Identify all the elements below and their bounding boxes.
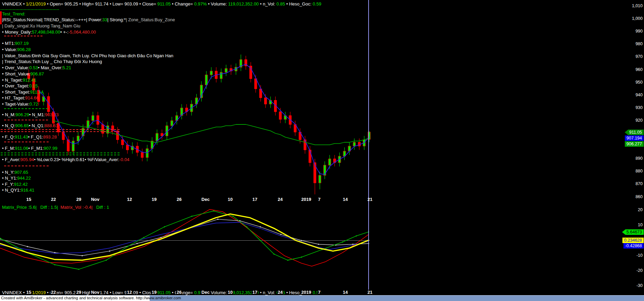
matrix_white_dotted	[0, 219, 369, 256]
x-axis-date: 17	[252, 290, 258, 295]
matrix_green-marker	[78, 269, 79, 270]
candle-up	[324, 165, 326, 176]
text-segment: •	[138, 290, 142, 295]
x-axis-date: 7	[317, 290, 321, 295]
text-segment: 911.74	[95, 290, 109, 295]
x-axis-date: 14	[342, 290, 348, 295]
matrix_white_dotted-marker	[109, 251, 110, 252]
x-axis-date: 19	[151, 290, 157, 295]
footer-credit-area: Created with AmiBroker - advanced charti…	[0, 296, 150, 301]
x-axis-date: Nov	[90, 290, 100, 295]
matrix_green	[0, 211, 369, 269]
text-segment: Volume:	[211, 290, 228, 295]
text-segment: n_Vol:	[263, 290, 276, 295]
matrix_green-marker	[342, 241, 343, 243]
matrix_green-marker	[106, 260, 107, 261]
x-axis-date: 22	[50, 290, 57, 295]
text-segment: Low=	[112, 290, 124, 295]
clipped-x-axis-dates: 152229Nov121926Dec101724201971421	[0, 290, 644, 295]
matrix_white_dotted-marker	[82, 255, 83, 256]
candle-down	[28, 74, 30, 79]
candle-down	[264, 98, 267, 104]
clipped-status-text: VNINDEX • 1/21/2019 • Open= 905.25 • Hig…	[0, 290, 644, 295]
x-axis-date: Dec	[201, 290, 210, 295]
candle-up	[77, 136, 79, 141]
candle-up	[205, 75, 208, 85]
text-segment: •	[259, 290, 263, 295]
matrix_green-marker	[54, 264, 55, 265]
matrix_green-marker	[301, 256, 302, 258]
matrix_white_dotted-marker	[318, 244, 319, 245]
text-segment: 0.59	[313, 290, 321, 295]
matrix_red	[0, 209, 369, 266]
candle-up	[220, 72, 222, 79]
text-segment: •	[22, 290, 26, 295]
matrix_green-marker	[356, 235, 357, 237]
text-segment: 903.09	[124, 290, 138, 295]
candle-up	[329, 159, 331, 165]
x-axis-date: 26	[176, 290, 182, 295]
candle-up	[171, 121, 173, 126]
matrix_green-marker	[213, 210, 214, 212]
text-segment: 911.05	[157, 290, 171, 295]
text-segment: •	[78, 290, 82, 295]
candle-down	[279, 112, 282, 119]
candle-up	[225, 69, 227, 72]
matrix_green-marker	[287, 260, 288, 261]
text-segment: 0.85	[276, 290, 285, 295]
left-marker-bar	[0, 11, 2, 24]
matrix_white_dotted-marker	[136, 243, 138, 244]
footer-bar: Created with AmiBroker - advanced charti…	[0, 295, 644, 301]
candle-down	[309, 150, 311, 162]
clipped-bottom-pane: VNINDEX • 1/21/2019 • Open= 905.25 • Hig…	[0, 290, 644, 295]
matrix_green-marker	[232, 216, 234, 217]
matrix_green-marker	[260, 240, 261, 241]
x-axis-date: 15	[26, 290, 32, 295]
text-segment: •	[46, 290, 50, 295]
candle-down	[37, 90, 40, 101]
matrix_white_dotted-marker	[260, 226, 261, 228]
amibroker-window: VNINDEX • 1/21/2019 • Open= 905.25 • Hig…	[0, 0, 644, 301]
text-segment: 0.97%	[194, 290, 207, 295]
text-segment: 119,012,352.00	[228, 290, 259, 295]
text-segment: •	[171, 290, 175, 295]
text-segment: VNINDEX	[2, 290, 22, 295]
ma_slow_green	[53, 121, 369, 145]
candle-down	[52, 112, 55, 123]
matrix_blue	[0, 222, 369, 254]
candle-down	[33, 79, 35, 90]
x-axis-date: 2019	[301, 290, 312, 295]
x-axis-date: 10	[227, 290, 233, 295]
text-segment: 905.25	[64, 290, 78, 295]
x-axis-date: 12	[126, 290, 133, 295]
x-axis-date: 29	[76, 290, 82, 295]
candle-up	[156, 133, 158, 141]
text-segment: •	[109, 290, 113, 295]
text-segment: Change=	[175, 290, 194, 295]
candle-up	[353, 142, 356, 146]
chart-canvas[interactable]	[0, 0, 644, 291]
matrix_green-marker	[164, 226, 165, 228]
candle-up	[210, 71, 212, 75]
matrix_white_dotted-marker	[280, 234, 282, 235]
footer-credit-text: Created with AmiBroker - advanced charti…	[1, 296, 181, 300]
clipped-status-text-line: VNINDEX • 1/21/2019 • Open= 905.25 • Hig…	[2, 290, 321, 295]
x-axis-date: 24	[277, 290, 283, 295]
x-axis-date: 21	[367, 290, 373, 295]
matrix_green-marker	[191, 216, 193, 217]
text-segment: •	[285, 290, 289, 295]
matrix_green-marker	[273, 254, 275, 255]
text-segment: Close=	[142, 290, 157, 295]
matrix_green-marker	[143, 237, 145, 238]
matrix_green-marker	[127, 246, 128, 247]
text-segment: Heso_Goc:	[289, 290, 313, 295]
candle-up	[319, 175, 321, 183]
ma_fast_blue	[39, 64, 369, 174]
matrix_white_dotted-marker	[160, 237, 162, 238]
text-segment: High=	[82, 290, 95, 295]
candle-up	[72, 141, 74, 151]
candle-down	[126, 145, 129, 150]
candle-down	[102, 124, 104, 133]
text-segment: Open=	[50, 290, 64, 295]
text-segment: 1/21/2019	[26, 290, 46, 295]
